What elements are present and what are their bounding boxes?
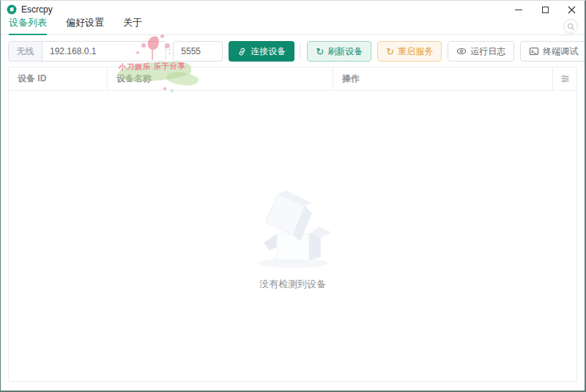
app-window: Escrcpy 设备列表 偏好设置 关于 无线 : xyxy=(0,0,586,392)
empty-state-text: 没有检测到设备 xyxy=(259,278,326,291)
maximize-button[interactable] xyxy=(532,1,558,18)
eye-icon xyxy=(456,46,467,56)
maximize-icon xyxy=(542,7,549,13)
refresh-devices-button[interactable]: ↻ 刷新设备 xyxy=(307,41,371,62)
close-button[interactable] xyxy=(558,1,585,18)
tab-about[interactable]: 关于 xyxy=(123,16,142,34)
search-icon xyxy=(567,23,575,31)
search-button[interactable] xyxy=(563,19,578,34)
toolbar-divider xyxy=(300,44,300,59)
minimize-button[interactable] xyxy=(505,1,532,18)
connect-device-label: 连接设备 xyxy=(251,45,286,58)
window-title: Escrcpy xyxy=(21,4,53,15)
link-icon xyxy=(237,47,247,56)
column-header-actions: 操作 xyxy=(333,67,553,90)
ip-port-separator: : xyxy=(168,46,171,56)
connection-toolbar: 无线 : 连接设备 ↻ 刷新设备 ↻ 重启服务 运行日志 xyxy=(8,41,577,62)
refresh-icon: ↻ xyxy=(316,47,324,56)
window-controls xyxy=(505,1,585,18)
device-table: 设备 ID 设备名称 操作 xyxy=(8,67,577,382)
column-settings-button[interactable] xyxy=(553,67,576,90)
terminal-debug-label: 终端调试 xyxy=(543,45,578,58)
wireless-mode-label[interactable]: 无线 xyxy=(9,42,42,61)
minimize-icon xyxy=(515,10,522,10)
column-header-device-name: 设备名称 xyxy=(108,67,333,90)
restart-icon: ↻ xyxy=(386,47,394,56)
ip-address-input[interactable] xyxy=(42,42,166,61)
empty-box-illustration xyxy=(249,181,337,269)
tab-device-list[interactable]: 设备列表 xyxy=(9,16,47,34)
terminal-icon xyxy=(529,46,539,56)
run-logs-button[interactable]: 运行日志 xyxy=(448,41,514,62)
connect-device-button[interactable]: 连接设备 xyxy=(229,41,294,62)
run-logs-label: 运行日志 xyxy=(470,45,505,58)
refresh-devices-label: 刷新设备 xyxy=(327,45,363,58)
tab-bar: 设备列表 偏好设置 关于 xyxy=(1,18,585,35)
tab-preferences[interactable]: 偏好设置 xyxy=(66,16,104,34)
device-table-header: 设备 ID 设备名称 操作 xyxy=(9,67,576,91)
restart-service-button[interactable]: ↻ 重启服务 xyxy=(377,41,442,62)
port-input[interactable] xyxy=(173,41,223,62)
app-logo-icon xyxy=(7,4,17,15)
sliders-icon xyxy=(560,74,570,84)
device-table-body: 没有检测到设备 xyxy=(9,91,576,381)
close-icon xyxy=(568,6,576,14)
restart-service-label: 重启服务 xyxy=(398,45,433,58)
column-header-device-id: 设备 ID xyxy=(9,67,108,90)
wireless-address-group: 无线 xyxy=(8,41,166,62)
terminal-debug-button[interactable]: 终端调试 xyxy=(520,41,586,62)
